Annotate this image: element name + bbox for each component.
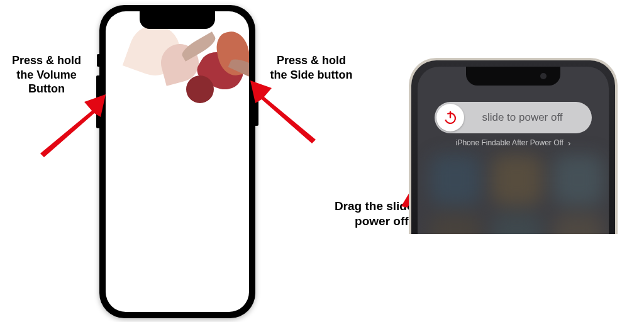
phone-mockup-right: slide to power off iPhone Findable After… xyxy=(409,58,618,234)
annotation-side: Press & hold the Side button xyxy=(267,53,355,82)
arrow-side-icon xyxy=(250,80,319,143)
power-off-slider[interactable]: slide to power off xyxy=(435,102,592,133)
phone-screen xyxy=(106,11,249,312)
slider-label: slide to power off xyxy=(464,111,592,124)
power-off-knob[interactable] xyxy=(436,104,464,131)
phone-mockup-left xyxy=(99,5,255,318)
blurred-home-background xyxy=(418,67,609,234)
findable-link[interactable]: iPhone Findable After Power Off › xyxy=(456,138,571,147)
arrow-volume-icon xyxy=(36,94,106,157)
notch-right xyxy=(466,67,560,86)
power-icon xyxy=(443,110,458,125)
chevron-right-icon: › xyxy=(568,139,570,148)
annotation-volume: Press & hold the Volume Button xyxy=(3,53,91,96)
phone-screen-right: slide to power off iPhone Findable After… xyxy=(418,67,609,234)
findable-text: iPhone Findable After Power Off xyxy=(456,138,564,147)
notch xyxy=(140,11,215,29)
